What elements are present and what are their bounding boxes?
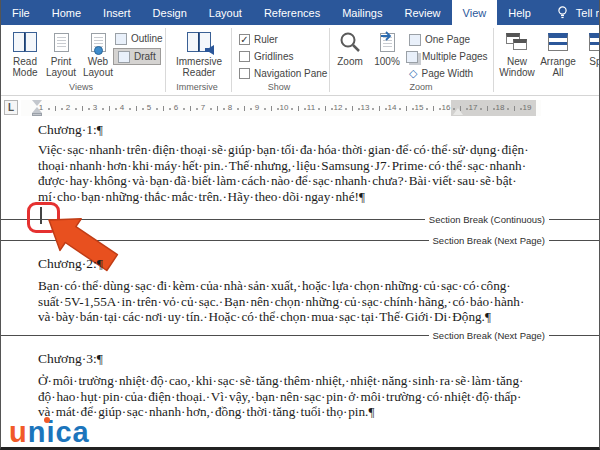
tab-review[interactable]: Review bbox=[394, 0, 452, 25]
tab-layout[interactable]: Layout bbox=[198, 0, 253, 25]
read-mode-icon bbox=[13, 32, 37, 52]
split-label: Split bbox=[589, 56, 600, 67]
outline-button[interactable]: Outline bbox=[115, 30, 163, 47]
split-button[interactable]: Split bbox=[579, 28, 600, 86]
one-page-icon bbox=[409, 34, 421, 46]
read-mode-button[interactable]: Read Mode bbox=[7, 28, 43, 86]
new-window-label: New Window bbox=[497, 56, 537, 78]
magnifier-icon bbox=[339, 31, 361, 53]
checkbox-icon bbox=[239, 51, 250, 62]
tab-insert[interactable]: Insert bbox=[92, 0, 142, 25]
paragraph-3[interactable]: Ở· môi· trường· nhiệt· độ· cao,· khi· sạ… bbox=[38, 373, 530, 420]
draft-icon bbox=[118, 51, 130, 63]
show-group-label: Show bbox=[229, 82, 329, 92]
group-separator bbox=[329, 28, 330, 92]
page-width-button[interactable]: ◇ Page Width bbox=[409, 65, 473, 82]
multiple-pages-button[interactable]: Multiple Pages bbox=[406, 48, 488, 65]
checkbox-checked-icon bbox=[239, 34, 250, 45]
zoom-100-label: 100% bbox=[374, 56, 400, 67]
section-break-label: Section Break (Continuous) bbox=[425, 214, 549, 225]
web-layout-button[interactable]: Web Layout bbox=[79, 28, 117, 86]
zoom-group-label: Zoom bbox=[351, 82, 491, 92]
outline-icon bbox=[115, 33, 127, 45]
heading-chapter-1[interactable]: Chương·1:¶ bbox=[38, 122, 103, 138]
checkbox-icon bbox=[239, 68, 250, 79]
gridlines-checkbox[interactable]: Gridlines bbox=[239, 48, 293, 65]
tab-references[interactable]: References bbox=[253, 0, 331, 25]
tab-view[interactable]: View bbox=[452, 0, 498, 25]
section-break-next-page: Section Break (Next Page) bbox=[1, 329, 600, 342]
paragraph-1[interactable]: Việc· sạc· nhanh· trên· điện· thoại· sẽ·… bbox=[38, 142, 530, 204]
tab-design[interactable]: Design bbox=[142, 0, 198, 25]
arrange-all-label: Arrange All bbox=[539, 56, 577, 78]
logo-i-dot bbox=[44, 417, 50, 423]
heading-chapter-3[interactable]: Chương·3:¶ bbox=[38, 351, 103, 367]
split-icon bbox=[589, 33, 600, 51]
outline-label: Outline bbox=[131, 33, 163, 44]
immersive-group-label: Immersive bbox=[166, 82, 228, 92]
one-page-label: One Page bbox=[425, 34, 470, 45]
section-break-label: Section Break (Next Page) bbox=[429, 330, 549, 341]
group-separator bbox=[493, 28, 494, 92]
tab-home[interactable]: Home bbox=[41, 0, 92, 25]
ribbon: Read Mode Print Layout Web Layout Outlin… bbox=[1, 25, 600, 96]
one-page-button[interactable]: One Page bbox=[409, 31, 470, 48]
ruler-checkbox-label: Ruler bbox=[254, 34, 278, 45]
immersive-reader-button[interactable]: Immersive Reader bbox=[171, 28, 227, 86]
document-canvas[interactable]: Chương·1:¶ Việc· sạc· nhanh· trên· điện·… bbox=[1, 120, 600, 447]
logo-letter-u: u bbox=[9, 416, 28, 448]
tab-mailings[interactable]: Mailings bbox=[331, 0, 393, 25]
multiple-pages-label: Multiple Pages bbox=[422, 51, 488, 62]
arrow-right-icon bbox=[381, 31, 393, 41]
immersive-reader-label: Immersive Reader bbox=[171, 56, 227, 78]
gridlines-checkbox-label: Gridlines bbox=[254, 51, 293, 62]
unica-logo: unica bbox=[9, 416, 90, 449]
multiple-pages-icon bbox=[406, 51, 418, 63]
web-layout-label: Web Layout bbox=[79, 56, 117, 78]
arrange-all-button[interactable]: Arrange All bbox=[539, 28, 577, 86]
ruler-row: L 12345678910111213141516171819 bbox=[1, 96, 600, 120]
print-layout-button[interactable]: Print Layout bbox=[43, 28, 79, 86]
tab-stop-selector[interactable]: L bbox=[4, 100, 18, 115]
left-indent-marker[interactable] bbox=[32, 113, 42, 116]
heading-chapter-2[interactable]: Chương·2:¶ bbox=[38, 256, 103, 272]
lightbulb-icon bbox=[556, 5, 569, 20]
navigation-pane-checkbox[interactable]: Navigation Pane bbox=[239, 65, 327, 82]
arrange-all-icon bbox=[548, 33, 568, 51]
page-width-icon: ◇ bbox=[409, 67, 417, 80]
tab-file[interactable]: File bbox=[1, 0, 41, 25]
zoom-button[interactable]: Zoom bbox=[333, 28, 367, 86]
new-window-icon bbox=[506, 33, 528, 51]
logo-rest: nica bbox=[28, 416, 90, 448]
zoom-label: Zoom bbox=[337, 56, 363, 67]
navigation-pane-checkbox-label: Navigation Pane bbox=[254, 68, 327, 79]
views-group-label: Views bbox=[1, 82, 161, 92]
tell-me-label: Tell me what you bbox=[576, 7, 600, 19]
page-width-label: Page Width bbox=[421, 68, 473, 79]
new-window-button[interactable]: New Window bbox=[497, 28, 537, 86]
section-break-label: Section Break (Next Page) bbox=[429, 235, 549, 246]
ruler-strip: 12345678910111213141516171819 bbox=[21, 100, 541, 116]
read-mode-label: Read Mode bbox=[7, 56, 43, 78]
print-layout-label: Print Layout bbox=[43, 56, 79, 78]
draft-button[interactable]: Draft bbox=[113, 48, 161, 65]
print-layout-icon bbox=[54, 33, 69, 52]
zoom-100-button[interactable]: 100% bbox=[369, 28, 405, 86]
ruler-checkbox[interactable]: Ruler bbox=[239, 31, 278, 48]
draft-label: Draft bbox=[134, 51, 156, 62]
word-window: File Home Insert Design Layout Reference… bbox=[0, 0, 600, 450]
ribbon-tab-bar: File Home Insert Design Layout Reference… bbox=[1, 0, 600, 25]
tell-me-search[interactable]: Tell me what you bbox=[542, 0, 600, 25]
tab-help[interactable]: Help bbox=[497, 0, 542, 25]
paragraph-2[interactable]: Bạn· có· thể· dùng· sạc· đi· kèm· của· n… bbox=[38, 278, 530, 325]
